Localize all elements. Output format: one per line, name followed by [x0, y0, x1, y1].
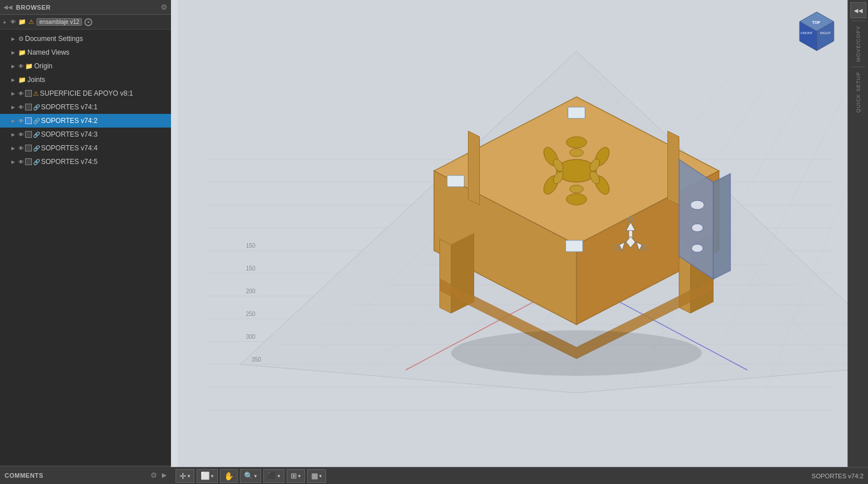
svg-point-47 — [570, 149, 584, 157]
root-circle-icon[interactable]: ● — [84, 18, 92, 26]
svg-point-64 — [691, 200, 704, 210]
tree-item-named-views[interactable]: ▶ 📁 Named Views — [0, 46, 171, 59]
doc-settings-arrow[interactable]: ▶ — [11, 36, 17, 42]
collapse-browser-icon[interactable]: ◀◀ — [3, 4, 13, 10]
named-views-arrow[interactable]: ▶ — [11, 50, 17, 55]
named-views-label: Named Views — [27, 48, 70, 56]
tree-item-soportes4[interactable]: ▶ 👁 🔗 SOPORTES v74:4 — [0, 141, 171, 155]
right-toolbar: ◀◀ MOVE/COPY QUICK SETUP — [847, 0, 868, 467]
tree-item-soportes3[interactable]: ▶ 👁 🔗 SOPORTES v74:3 — [0, 128, 171, 141]
active-component-label: SOPORTES v74:2 — [812, 473, 863, 479]
soportes3-link-icon: 🔗 — [33, 132, 40, 138]
collapse-right-btn[interactable]: ◀◀ — [850, 2, 866, 18]
tree-item-soportes1[interactable]: ▶ 👁 🔗 SOPORTES v74:1 — [0, 100, 171, 114]
bottom-toolbar: ✛ ▾ ⬜ ▾ ✋ 🔍 ▾ ⬛ ▾ ⊞ ▾ ▦ — [171, 467, 868, 484]
svg-marker-60 — [668, 131, 679, 205]
soportes4-arrow[interactable]: ▶ — [11, 146, 17, 151]
grid-dropdown[interactable]: ▾ — [298, 473, 301, 479]
nav-cube[interactable]: TOP RIGHT FRONT — [794, 9, 840, 55]
tree-item-soportes5[interactable]: ▶ 👁 🔗 SOPORTES v74:5 — [0, 155, 171, 169]
soportes5-cube-icon — [25, 158, 32, 165]
soportes5-eye-icon[interactable]: 👁 — [18, 159, 24, 165]
grid-settings-btn[interactable]: ⊞ ▾ — [287, 469, 305, 483]
svg-text:300: 300 — [246, 334, 256, 340]
superficie-eye-icon[interactable]: 👁 — [18, 91, 24, 97]
status-bar: SOPORTES v74:2 — [812, 473, 863, 479]
named-views-folder-icon: 📁 — [18, 49, 26, 56]
quick-setup-label: QUICK SETUP — [855, 72, 861, 113]
superficie-arrow[interactable]: ▶ — [11, 91, 17, 96]
soportes2-eye-icon[interactable]: 👁 — [18, 118, 24, 124]
soportes1-arrow[interactable]: ▶ — [11, 105, 17, 110]
root-tree-item[interactable]: ▲ 👁 📁 ⚠ ensamblaje v12 ● — [0, 15, 171, 30]
svg-text:150: 150 — [246, 265, 256, 272]
soportes2-arrow[interactable]: ▶ — [11, 118, 17, 124]
tree-item-origin[interactable]: ▶ 👁 📁 Origin — [0, 59, 171, 73]
display-icon: ⬜ — [201, 471, 210, 480]
pan-tool-btn[interactable]: ✋ — [220, 469, 238, 483]
move-copy-label: MOVE/COPY — [855, 26, 861, 62]
browser-settings-icon[interactable]: ⚙ — [161, 3, 168, 11]
comments-settings-icon[interactable]: ⚙ — [150, 471, 157, 479]
joints-folder-icon: 📁 — [18, 76, 26, 84]
superficie-label: SUPERFICIE DE APOYO v8:1 — [40, 89, 133, 97]
view-settings-btn[interactable]: ⬛ ▾ — [263, 469, 284, 483]
tree-item-joints[interactable]: ▶ 📁 Joints — [0, 73, 171, 87]
browser-tree: ▶ ⚙ Document Settings ▶ 📁 Named Views ▶ … — [0, 30, 171, 466]
origin-arrow[interactable]: ▶ — [11, 64, 17, 69]
soportes1-label: SOPORTES v74:1 — [41, 103, 97, 111]
grid-icon: ⊞ — [291, 471, 297, 480]
origin-eye-icon[interactable]: 👁 — [18, 63, 24, 69]
main-area: 150 150 200 250 300 350 150 200 250 300 … — [171, 0, 868, 484]
zoom-icon: 🔍 — [244, 471, 253, 480]
tree-item-doc-settings[interactable]: ▶ ⚙ Document Settings — [0, 32, 171, 46]
soportes4-label: SOPORTES v74:4 — [41, 144, 97, 152]
viewport[interactable]: 150 150 200 250 300 350 150 200 250 300 … — [171, 0, 868, 467]
soportes4-eye-icon[interactable]: 👁 — [18, 145, 24, 151]
display-settings-btn[interactable]: ⬜ ▾ — [197, 469, 218, 483]
root-eye-icon[interactable]: 👁 — [10, 19, 16, 25]
svg-rect-75 — [568, 107, 585, 118]
tree-item-superficie[interactable]: ▶ 👁 ⚠ SUPERFICIE DE APOYO v8:1 — [0, 87, 171, 100]
svg-point-66 — [692, 244, 703, 252]
soportes5-link-icon: 🔗 — [33, 159, 40, 165]
viewport-scene: 150 150 200 250 300 350 150 200 250 300 … — [171, 0, 868, 467]
soportes3-eye-icon[interactable]: 👁 — [18, 132, 24, 138]
display-dropdown-arrow[interactable]: ▾ — [211, 473, 214, 479]
svg-text:RIGHT: RIGHT — [820, 31, 831, 35]
svg-rect-77 — [566, 240, 583, 252]
comments-label: COMMENTS — [5, 472, 146, 479]
soportes1-eye-icon[interactable]: 👁 — [18, 104, 24, 110]
browser-title: BROWSER — [16, 4, 157, 11]
soportes3-label: SOPORTES v74:3 — [41, 130, 97, 138]
snap-dropdown-arrow[interactable]: ▾ — [188, 473, 190, 479]
soportes3-cube-icon — [25, 131, 32, 138]
svg-text:TOP: TOP — [812, 20, 821, 24]
soportes4-cube-icon — [25, 145, 32, 151]
svg-marker-59 — [468, 131, 480, 205]
browser-header: ◀◀ BROWSER ⚙ — [0, 0, 171, 15]
tree-item-soportes2[interactable]: ▶ 👁 🔗 SOPORTES v74:2 — [0, 114, 171, 128]
comments-expand-icon[interactable]: ▶ — [162, 471, 166, 479]
zoom-dropdown-arrow[interactable]: ▾ — [254, 473, 257, 479]
joints-arrow[interactable]: ▶ — [11, 77, 17, 83]
joints-label: Joints — [27, 76, 45, 84]
visual-style-btn[interactable]: ▦ ▾ — [307, 469, 326, 483]
visual-style-icon: ▦ — [311, 471, 318, 480]
soportes3-arrow[interactable]: ▶ — [11, 132, 17, 137]
superficie-warning-icon: ⚠ — [33, 90, 39, 97]
zoom-tool-btn[interactable]: 🔍 ▾ — [240, 469, 261, 483]
root-expand-arrow[interactable]: ▲ — [2, 19, 8, 24]
doc-settings-gear-icon: ⚙ — [18, 35, 24, 43]
soportes2-link-icon: 🔗 — [33, 118, 40, 124]
snap-tool-btn[interactable]: ✛ ▾ — [176, 469, 194, 483]
soportes2-cube-icon — [25, 117, 32, 124]
pan-icon: ✋ — [224, 471, 234, 481]
root-folder-icon: 📁 — [18, 18, 26, 26]
view-settings-dropdown[interactable]: ▾ — [278, 473, 280, 479]
soportes5-arrow[interactable]: ▶ — [11, 159, 17, 165]
svg-marker-63 — [714, 174, 731, 279]
svg-point-78 — [451, 330, 702, 376]
visual-style-dropdown[interactable]: ▾ — [319, 473, 322, 479]
origin-folder-icon: 📁 — [25, 63, 33, 70]
